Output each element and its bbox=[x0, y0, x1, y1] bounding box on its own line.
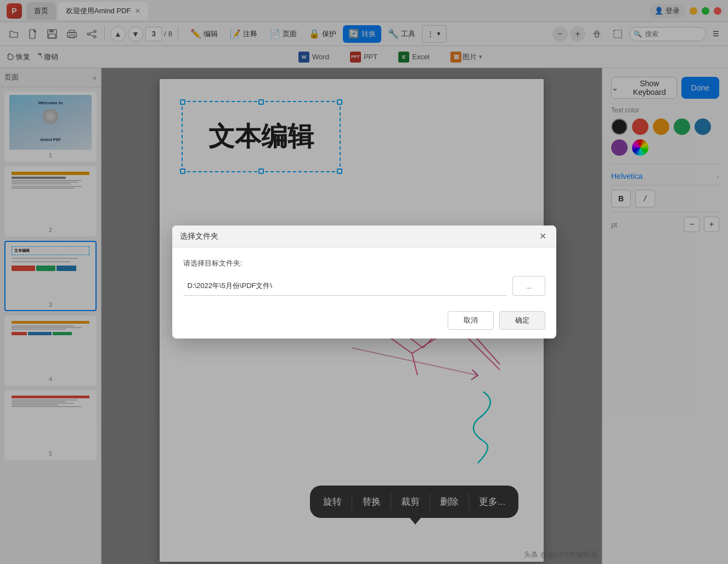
dialog-confirm-button[interactable]: 确定 bbox=[499, 311, 545, 330]
dialog-prompt: 请选择目标文件夹: bbox=[183, 258, 545, 268]
dialog-footer: 取消 确定 bbox=[172, 304, 556, 339]
dialog-path-row: ... bbox=[183, 276, 545, 296]
dialog-close-button[interactable]: ✕ bbox=[538, 231, 549, 242]
dialog-body: 请选择目标文件夹: ... bbox=[172, 247, 556, 304]
dialog-path-input[interactable] bbox=[183, 276, 507, 296]
dialog-overlay[interactable]: 选择文件夹 ✕ 请选择目标文件夹: ... 取消 确定 bbox=[0, 0, 728, 564]
dialog-titlebar: 选择文件夹 ✕ bbox=[172, 225, 556, 247]
dialog-title: 选择文件夹 bbox=[180, 232, 218, 241]
dialog-browse-button[interactable]: ... bbox=[512, 276, 545, 296]
dialog-cancel-button[interactable]: 取消 bbox=[448, 311, 494, 330]
folder-dialog: 选择文件夹 ✕ 请选择目标文件夹: ... 取消 确定 bbox=[172, 225, 556, 339]
